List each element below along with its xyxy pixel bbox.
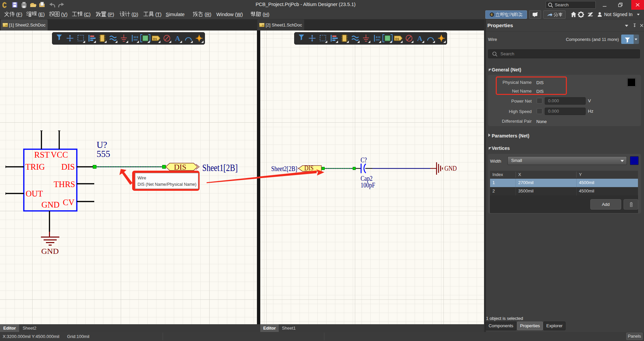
svg-text:CV: CV xyxy=(63,198,74,207)
svg-text:GND: GND xyxy=(41,247,59,255)
svg-text:RST: RST xyxy=(34,150,50,159)
svg-text:Sheet2[2B]: Sheet2[2B] xyxy=(271,165,297,173)
svg-text:U?: U? xyxy=(97,140,107,150)
svg-text:Sheet1[2B]: Sheet1[2B] xyxy=(202,163,238,173)
svg-text:DIS: DIS xyxy=(304,164,313,172)
svg-text:555: 555 xyxy=(97,149,110,159)
svg-text:VCC: VCC xyxy=(51,150,68,159)
svg-text:GND: GND xyxy=(41,200,59,209)
svg-text:THRS: THRS xyxy=(54,180,75,189)
svg-text:TRIG: TRIG xyxy=(25,162,45,171)
svg-text:OUT: OUT xyxy=(26,189,43,198)
svg-text:DIS (Net Name/Physical Name): DIS (Net Name/Physical Name) xyxy=(138,182,197,187)
svg-text:100pF: 100pF xyxy=(361,181,375,189)
svg-text:DIS: DIS xyxy=(61,162,75,171)
svg-text:Wire: Wire xyxy=(138,176,146,180)
svg-text:GND: GND xyxy=(444,165,457,172)
svg-text:C?: C? xyxy=(361,156,367,164)
svg-text:DIS: DIS xyxy=(174,163,186,171)
